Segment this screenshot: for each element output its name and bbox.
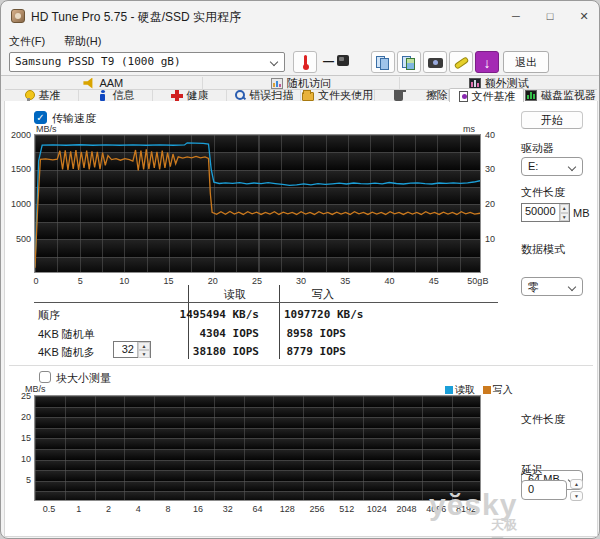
write-legend-label: 写入: [493, 384, 513, 395]
random-access-icon: [271, 78, 283, 89]
menu-file[interactable]: 文件(F): [1, 31, 53, 49]
close-button[interactable]: ✕: [567, 1, 600, 31]
chevron-down-icon: [568, 283, 576, 291]
app-window: HD Tune Pro 5.75 - 硬盘/SSD 实用程序 ─ □ ✕ 文件(…: [0, 0, 600, 539]
transfer-speed-label: 传输速度: [52, 111, 96, 126]
y-axis-left: 2000 1500 1000 500: [3, 134, 31, 273]
4k-single-read-value: 4304 IOPS: [101, 327, 259, 340]
transfer-speed-series: [35, 135, 480, 272]
drive-select[interactable]: E:: [521, 157, 583, 176]
y2-axis-unit: ms: [463, 124, 475, 134]
file-length-unit: MB: [573, 207, 590, 219]
extra-tests-icon: [469, 78, 481, 89]
table-divider: [279, 285, 280, 359]
data-mode-label: 数据模式: [521, 242, 565, 257]
temperature-value: —: [323, 55, 334, 67]
menubar: 文件(F) 帮助(H): [1, 31, 599, 50]
device-select[interactable]: Samsung PSSD T9 (1000 gB): [9, 52, 285, 72]
exit-button[interactable]: 退出: [503, 51, 549, 73]
block-size-series: [35, 396, 480, 500]
menu-help[interactable]: 帮助(H): [56, 31, 109, 49]
y-axis-unit: MB/s: [36, 124, 57, 134]
row-label-4k-single: 4KB 随机单: [38, 327, 95, 342]
section-divider: [9, 365, 593, 366]
minimize-button[interactable]: ─: [499, 1, 533, 31]
y-axis-left-2: 25 20 15 10 5: [9, 395, 31, 501]
maximize-button[interactable]: □: [533, 1, 567, 31]
device-select-value: Samsung PSSD T9 (1000 gB): [15, 55, 181, 68]
col-header-write: 写入: [289, 287, 357, 302]
4k-single-write-value: 8958 IOPS: [284, 327, 346, 340]
x-axis-labels: 0 5 10 15 20 25 30 35 40 45 50gB: [21, 276, 493, 286]
toolbar: Samsung PSSD T9 (1000 gB) — ↓ 退出: [1, 50, 599, 75]
trash-icon: [394, 92, 403, 101]
write-legend-swatch: [483, 386, 491, 394]
sequential-read-value: 1495494 KB/s: [101, 308, 259, 321]
health-cross-icon: [171, 90, 183, 101]
file-length-label: 文件长度: [521, 185, 565, 200]
table-header-rule: [34, 302, 498, 303]
magnifier-icon: [234, 90, 246, 101]
bulb-icon: [23, 90, 35, 101]
copy-image-button[interactable]: [397, 51, 421, 73]
save-icon: [454, 56, 470, 70]
spin-up-icon: ▲: [560, 204, 569, 213]
start-button[interactable]: 开始: [521, 111, 583, 129]
data-mode-select[interactable]: 零: [521, 277, 583, 296]
copy-button[interactable]: [371, 51, 395, 73]
tab-file-benchmark[interactable]: 文件基准: [449, 88, 524, 102]
block-file-length-label: 文件长度: [521, 412, 565, 427]
folder-icon: [302, 92, 314, 101]
drive-temp-icon: [337, 55, 349, 66]
camera-button[interactable]: [423, 51, 447, 73]
chevron-down-icon: [568, 163, 576, 171]
spin-down-icon: ▼: [560, 213, 569, 222]
col-header-read: 读取: [201, 287, 269, 302]
disk-monitor-icon: [525, 90, 537, 101]
speaker-icon: [83, 78, 95, 89]
titlebar[interactable]: HD Tune Pro 5.75 - 硬盘/SSD 实用程序 ─ □ ✕: [1, 1, 599, 31]
4k-multi-write-value: 8779 IOPS: [284, 345, 346, 358]
read-legend-swatch: [445, 386, 453, 394]
transfer-speed-chart: [34, 134, 481, 273]
tab-aam[interactable]: AAM: [5, 77, 203, 90]
block-size-checkbox[interactable]: [39, 371, 51, 383]
delay-down-button[interactable]: ▼: [570, 491, 583, 501]
drive-label: 驱动器: [521, 141, 554, 156]
info-icon: [97, 90, 109, 101]
block-size-label: 块大小测量: [56, 371, 111, 386]
row-label-sequential: 顺序: [38, 308, 60, 323]
save-button[interactable]: [449, 51, 473, 73]
block-size-chart: [34, 395, 481, 501]
temperature-button[interactable]: [293, 51, 317, 73]
read-legend-label: 读取: [455, 384, 475, 395]
4k-multi-read-value: 38180 IOPS: [101, 345, 259, 358]
delay-input[interactable]: 0: [521, 480, 567, 500]
y-axis-right: 40 30 20 10: [485, 134, 505, 273]
sequential-write-value: 1097720 KB/s: [284, 308, 374, 321]
delay-label: 延迟: [521, 463, 543, 478]
tabstrip: AAM 随机访问 额外测试 基准 信息 健康: [1, 75, 599, 101]
file-length-stepper[interactable]: 50000 ▲▼: [521, 203, 570, 222]
row-label-4k-multi: 4KB 随机多: [38, 345, 95, 360]
update-button[interactable]: ↓: [475, 51, 499, 73]
download-icon: ↓: [476, 53, 498, 73]
tab-random-access[interactable]: 随机访问: [203, 77, 401, 90]
chevron-down-icon: [270, 58, 278, 66]
window-title: HD Tune Pro 5.75 - 硬盘/SSD 实用程序: [31, 9, 241, 26]
x-axis-labels-2: 0.5 1 2 4 8 16 32 64 128 256 512 1024 20…: [34, 504, 481, 514]
transfer-speed-checkbox[interactable]: [34, 111, 47, 124]
delay-up-button[interactable]: ▲: [570, 479, 583, 489]
file-benchmark-icon: [459, 91, 468, 102]
app-icon: [11, 9, 25, 23]
